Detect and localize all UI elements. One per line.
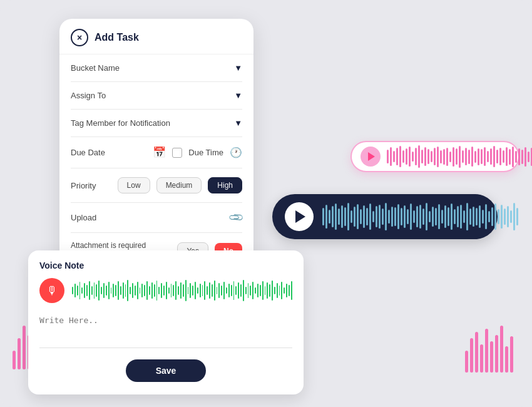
card-header: × Add Task [59, 19, 253, 54]
assign-to-dropdown-icon: ▼ [234, 91, 242, 100]
voice-note-textarea[interactable] [39, 311, 292, 348]
save-btn-container: Save [39, 359, 292, 382]
small-play-button[interactable] [361, 147, 381, 167]
small-player-card [350, 141, 519, 172]
save-button[interactable]: Save [126, 359, 207, 382]
large-play-button[interactable] [285, 202, 314, 231]
large-waveform [322, 202, 518, 231]
upload-row[interactable]: Upload 📎 [71, 203, 242, 233]
priority-high-button[interactable]: High [208, 177, 242, 193]
assign-to-label: Assign To [71, 91, 106, 100]
small-play-icon [368, 152, 375, 161]
clock-icon[interactable]: 🕐 [230, 147, 242, 158]
close-icon: × [77, 33, 82, 43]
mic-button[interactable]: 🎙 [39, 278, 64, 303]
calendar-icon[interactable]: 📅 [153, 146, 166, 159]
large-player-card [272, 194, 498, 239]
card-title: Add Task [95, 32, 139, 43]
upload-label: Upload [71, 213, 96, 222]
priority-medium-button[interactable]: Medium [156, 177, 202, 193]
bucket-name-row[interactable]: Bucket Name ▼ [71, 54, 242, 82]
due-date-checkbox[interactable] [172, 148, 182, 158]
voice-note-controls: 🎙 [39, 278, 292, 303]
priority-label: Priority [71, 181, 111, 190]
tag-member-row[interactable]: Tag Member for Notification ▼ [71, 110, 242, 137]
assign-to-row[interactable]: Assign To ▼ [71, 82, 242, 110]
green-waveform [72, 278, 292, 303]
priority-low-button[interactable]: Low [118, 177, 150, 193]
voice-note-card: Voice Note 🎙 [28, 250, 304, 394]
bucket-name-dropdown-icon: ▼ [234, 63, 242, 73]
small-waveform [387, 145, 532, 168]
due-date-row: Due Date 📅 Due Time 🕐 [71, 137, 242, 168]
due-date-label: Due Date [71, 148, 146, 157]
large-play-icon [295, 210, 305, 223]
background: × Add Task Bucket Name ▼ Assign To ▼ Tag… [0, 0, 532, 407]
priority-row: Priority Low Medium High [71, 168, 242, 203]
pink-wave-right [465, 322, 513, 373]
voice-note-title: Voice Note [39, 260, 292, 270]
tag-member-dropdown-icon: ▼ [234, 118, 242, 128]
due-time-label: Due Time [188, 148, 223, 157]
close-button[interactable]: × [71, 29, 88, 46]
mic-icon: 🎙 [46, 284, 58, 297]
bucket-name-label: Bucket Name [71, 63, 120, 73]
tag-member-label: Tag Member for Notification [71, 118, 170, 128]
paperclip-icon: 📎 [227, 209, 245, 227]
